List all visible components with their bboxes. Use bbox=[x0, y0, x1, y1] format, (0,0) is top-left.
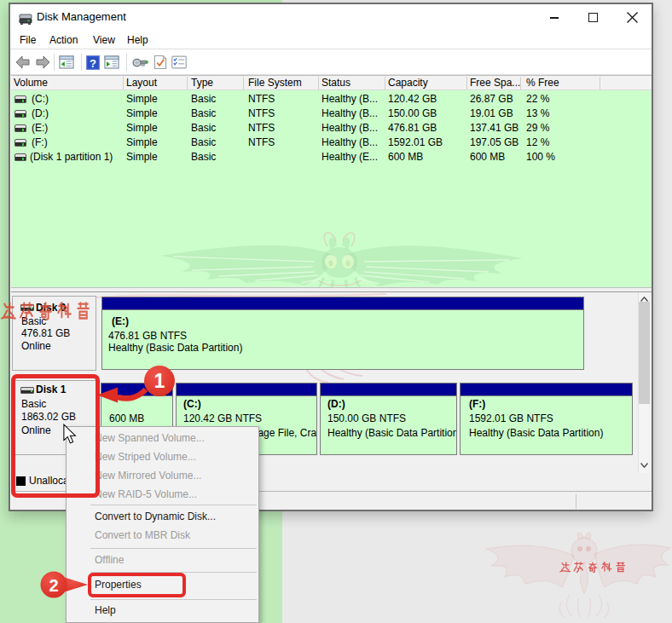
svg-text:?: ? bbox=[90, 57, 96, 70]
svg-text:2: 2 bbox=[49, 576, 58, 595]
svg-text:1: 1 bbox=[154, 370, 165, 392]
